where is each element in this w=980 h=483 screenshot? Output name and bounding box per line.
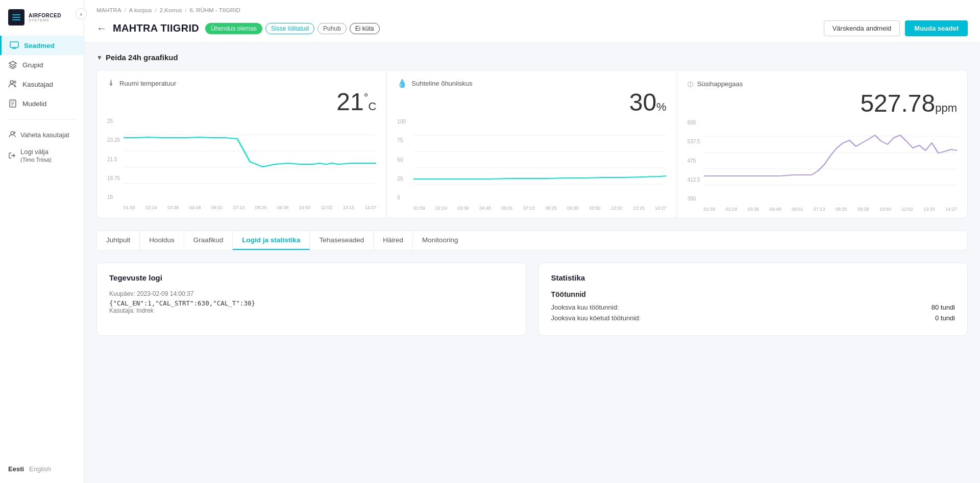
svg-point-4	[10, 81, 13, 84]
co2-chart-panel: ⦶ Süsihappegaas 527.78ppm 600537.5475412…	[677, 70, 967, 218]
log-title: Tegevuste logi	[109, 273, 513, 282]
lang-english[interactable]: English	[29, 465, 51, 473]
sidebar-item-grupid-label: Grupid	[22, 61, 43, 69]
humidity-value: 30%	[397, 90, 666, 115]
log-body: {"CAL_EN":1,"CAL_STRT":630,"CAL_T":30}	[109, 299, 513, 307]
tab-logid[interactable]: Logid ja statistika	[233, 231, 310, 250]
tab-monitooring[interactable]: Monitooring	[413, 231, 468, 250]
tabs-row: Juhtpult Hooldus Graafikud Logid ja stat…	[96, 231, 968, 250]
status-badges: Ühendus olemas Sisse lülitatud Puhub Ei …	[205, 23, 380, 34]
logo-text: AIRFORCED	[29, 13, 61, 18]
toggle-arrow: ▼	[96, 54, 103, 61]
temperature-chart-panel: 🌡 Ruumi temperatuur 21°C 2523.2521.519.7…	[97, 70, 387, 218]
logout-label: Logi välja (Timo Triisa)	[20, 148, 52, 163]
lang-eesti[interactable]: Eesti	[8, 465, 24, 473]
charts-row: 🌡 Ruumi temperatuur 21°C 2523.2521.519.7…	[96, 70, 968, 218]
temp-label: Ruumi temperatuur	[119, 80, 176, 87]
temp-chart-area: 2523.2521.519.7518 01:5902:2	[107, 118, 376, 210]
monitor-icon	[10, 41, 19, 50]
badge-blowing: Puhub	[317, 23, 347, 34]
logo-icon	[8, 9, 24, 26]
book-icon	[8, 99, 17, 108]
breadcrumb-ruhm: 6. RÜHM - TIIGRID	[189, 7, 240, 13]
tab-graafikud[interactable]: Graafikud	[184, 231, 233, 250]
top-header: MAHTRA / A korpus / 2.Korrus / 6. RÜHM -…	[84, 0, 980, 43]
temp-x-labels: 01:5902:2403:3604:4806:0107:1308:2509:38…	[124, 205, 376, 210]
back-button[interactable]: ←	[96, 22, 107, 34]
logout-button[interactable]: Logi välja (Timo Triisa)	[0, 143, 84, 168]
humidity-y-labels: 1007550250	[397, 119, 413, 200]
humidity-x-labels: 01:5902:2403:3604:4806:0107:1308:2509:38…	[413, 206, 666, 211]
log-user: Kasutaja: Indrek	[109, 307, 513, 314]
tab-tehaseseaded[interactable]: Tehaseseaded	[310, 231, 374, 250]
humidity-label: Suhteline õhuniiskus	[411, 80, 472, 87]
main-content: MAHTRA / A korpus / 2.Korrus / 6. RÜHM -…	[84, 0, 980, 483]
tab-hooldus[interactable]: Hooldus	[140, 231, 184, 250]
stats-label-heated: Jooksva kuu köetud töötunnid:	[551, 314, 641, 322]
sidebar-item-grupid[interactable]: Grupid	[0, 55, 84, 74]
stats-title: Statistika	[551, 273, 955, 282]
sidebar-item-mudelid-label: Mudelid	[22, 100, 46, 108]
sidebar-item-seadmed[interactable]: Seadmed	[0, 36, 84, 55]
refresh-button[interactable]: Värskenda andmeid	[824, 20, 900, 36]
sidebar-item-kasutajad-label: Kasutajad	[22, 81, 53, 88]
co2-y-labels: 600537.5475412.5350	[688, 120, 704, 201]
svg-point-7	[11, 132, 14, 135]
co2-header: ⦶ Süsihappegaas	[688, 79, 957, 89]
tab-juhtpult[interactable]: Juhtpult	[97, 231, 140, 250]
co2-x-labels: 01:5902:2403:3604:4806:0107:1308:2509:38…	[704, 207, 957, 212]
log-entry: Kuupäev: 2023-02-09 14:00:37 {"CAL_EN":1…	[109, 290, 513, 314]
header-actions: Värskenda andmeid Muuda seadet	[824, 20, 968, 36]
stats-label-monthly: Jooksva kuu töötunnid:	[551, 303, 619, 311]
humidity-chart-area: 1007550250 01:5902:2403:3604	[397, 119, 666, 211]
page-header: ← MAHTRA TIIGRID Ühendus olemas Sisse lü…	[96, 16, 968, 42]
svg-rect-2	[12, 19, 20, 20]
temp-header: 🌡 Ruumi temperatuur	[107, 79, 376, 88]
settings-button[interactable]: Muuda seadet	[905, 20, 968, 36]
title-row: ← MAHTRA TIIGRID Ühendus olemas Sisse lü…	[96, 22, 380, 34]
switch-user-icon	[8, 131, 16, 139]
users-icon	[8, 80, 17, 89]
stats-row-monthly: Jooksva kuu töötunnid: 80 tundi	[551, 303, 955, 311]
sidebar-collapse-button[interactable]: ‹	[76, 8, 87, 19]
breadcrumb-korrus: 2.Korrus	[160, 7, 182, 13]
toggle-label: Peida 24h graafikud	[106, 53, 178, 62]
humidity-header: 💧 Suhteline õhuniiskus	[397, 79, 666, 88]
svg-point-5	[14, 81, 16, 83]
svg-rect-0	[12, 14, 20, 15]
co2-value: 527.78ppm	[688, 91, 957, 116]
co2-chart-svg	[704, 120, 957, 201]
activity-log-panel: Tegevuste logi Kuupäev: 2023-02-09 14:00…	[96, 263, 526, 336]
stats-subtitle: Töötunnid	[551, 290, 955, 298]
breadcrumb: MAHTRA / A korpus / 2.Korrus / 6. RÜHM -…	[96, 4, 968, 16]
temp-chart-svg	[124, 118, 376, 200]
main-nav: Seadmed Grupid Kasutajad Mude	[0, 36, 84, 459]
co2-chart-area: 600537.5475412.5350 01:5902:	[688, 120, 957, 212]
temp-value: 21°C	[107, 90, 376, 114]
thermometer-icon: 🌡	[107, 79, 115, 88]
sidebar-item-kasutajad[interactable]: Kasutajad	[0, 74, 84, 94]
breadcrumb-mahtra: MAHTRA	[96, 7, 121, 13]
sidebar-item-mudelid[interactable]: Mudelid	[0, 94, 84, 113]
tab-haired[interactable]: Häired	[374, 231, 413, 250]
sidebar-item-seadmed-label: Seadmed	[24, 42, 55, 49]
logout-icon	[8, 151, 16, 160]
switch-user-label: Vaheta kasutajat	[20, 131, 69, 139]
log-date: Kuupäev: 2023-02-09 14:00:37	[109, 290, 513, 297]
page-title: MAHTRA TIIGRID	[113, 22, 199, 34]
sidebar: AIRFORCED SYSTEMS Seadmed Grupid	[0, 0, 84, 483]
co2-label: Süsihappegaas	[697, 80, 743, 88]
logo-sub: SYSTEMS	[29, 18, 61, 22]
stats-val-monthly: 80 tundi	[932, 303, 955, 311]
badge-heating: Ei küta	[350, 23, 380, 34]
language-switcher: Eesti English	[0, 459, 84, 473]
humidity-icon: 💧	[397, 79, 407, 88]
switch-user-button[interactable]: Vaheta kasutajat	[0, 126, 84, 143]
section-toggle[interactable]: ▼ Peida 24h graafikud	[96, 53, 968, 62]
svg-rect-1	[12, 17, 20, 18]
content-area: ▼ Peida 24h graafikud 🌡 Ruumi temperatuu…	[84, 43, 980, 346]
badge-on: Sisse lülitatud	[265, 23, 314, 34]
breadcrumb-a-korpus: A korpus	[129, 7, 152, 13]
statistics-panel: Statistika Töötunnid Jooksva kuu töötunn…	[538, 263, 968, 336]
humidity-chart-svg	[413, 119, 666, 200]
